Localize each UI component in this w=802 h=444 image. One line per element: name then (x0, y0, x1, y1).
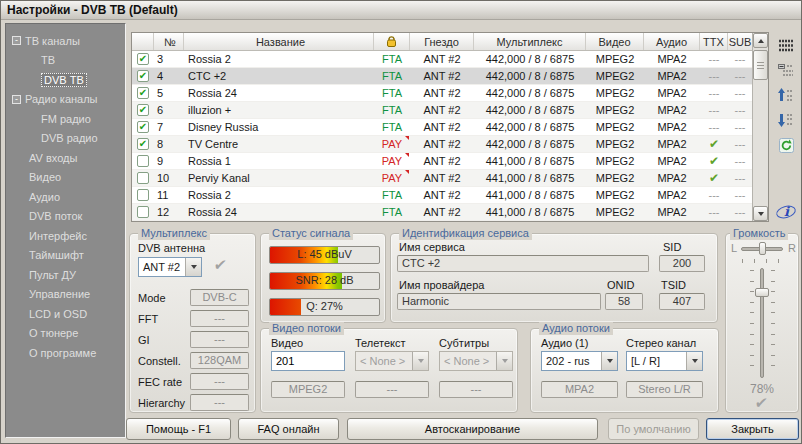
table-row[interactable]: 12Rossia 24FTAANT #2441,000 / 8 / 6875MP… (132, 204, 752, 221)
subtitles-select[interactable]: < None > (439, 351, 513, 371)
audio-codec-value: MPA2 (644, 51, 700, 67)
sidebar-item[interactable]: LCD и OSD (6, 304, 125, 324)
sidebar-item[interactable]: AV входы (6, 148, 125, 168)
table-row[interactable]: ✔8TV CentrePAYANT #2442,000 / 8 / 6875MP… (132, 136, 752, 153)
sidebar-item[interactable]: DVB ТВ (6, 70, 125, 90)
info-icon[interactable]: i (773, 199, 799, 223)
sidebar-item[interactable]: Видео (6, 168, 125, 188)
signal-panel-title: Статус сигнала (269, 227, 353, 240)
faq-button[interactable]: FAQ онлайн (238, 418, 339, 440)
sidebar-item[interactable]: -Радио каналы (6, 90, 125, 110)
row-checkbox[interactable]: ✔ (137, 87, 149, 99)
row-checkbox[interactable]: ✔ (137, 53, 149, 65)
header-multiplex[interactable]: Мультиплекс (474, 33, 586, 50)
defaults-button[interactable]: По умолчанию (608, 418, 699, 440)
channel-number: 10 (154, 170, 184, 186)
sidebar-item[interactable]: ТВ (6, 51, 125, 71)
scrollbar-thumb[interactable] (753, 50, 768, 80)
fec-value: --- (190, 373, 249, 390)
table-row[interactable]: ✔4CTC +2FTAANT #2442,000 / 8 / 6875MPEG2… (132, 68, 752, 85)
table-row[interactable]: ✔3Rossia 2FTAANT #2442,000 / 8 / 6875MPE… (132, 51, 752, 68)
sidebar-item[interactable]: Интерфейс (6, 226, 125, 246)
header-name[interactable]: Название (184, 33, 374, 50)
table-row[interactable]: ✔7Disney RussiaFTAANT #2442,000 / 8 / 68… (132, 119, 752, 136)
row-checkbox[interactable]: ✔ (137, 138, 149, 150)
sidebar-item[interactable]: О тюнере (6, 324, 125, 344)
balance-left-label: L (731, 242, 737, 254)
channel-number: 7 (154, 119, 184, 135)
header-audio[interactable]: Аудио (644, 33, 700, 50)
sidebar-item[interactable]: Управление (6, 285, 125, 305)
video-codec-value: MPEG2 (586, 119, 644, 135)
lock-icon[interactable] (374, 33, 410, 50)
teletext-select[interactable]: < None > (355, 351, 429, 371)
audio-codec-value: MPA2 (644, 136, 700, 152)
row-checkbox[interactable] (137, 206, 149, 218)
sidebar-item-label: Видео (29, 171, 61, 183)
sidebar-item[interactable]: Аудио (6, 187, 125, 207)
volume-slider[interactable] (760, 268, 764, 378)
move-down-icon[interactable] (773, 109, 799, 131)
chevron-down-icon[interactable] (601, 352, 617, 370)
antenna-label: DVB антенна (138, 242, 205, 254)
scroll-down-icon[interactable] (753, 206, 768, 221)
sidebar-item[interactable]: -ТВ каналы (6, 31, 125, 51)
sidebar-item[interactable]: Таймшифт (6, 246, 125, 266)
table-row[interactable]: 11Rossia 2FTAANT #2441,000 / 8 / 6875MPE… (132, 187, 752, 204)
stereo-select[interactable]: [L / R] (626, 351, 703, 371)
mode-label: Mode (138, 292, 166, 304)
video-pid-input[interactable] (271, 351, 345, 371)
row-checkbox[interactable] (137, 189, 149, 201)
sub-mark: --- (735, 87, 746, 99)
row-checkbox[interactable]: ✔ (137, 70, 149, 82)
move-up-icon[interactable] (773, 84, 799, 106)
chevron-down-icon[interactable] (185, 258, 201, 276)
autoscan-button[interactable]: Автосканирование (347, 418, 598, 440)
header-ttx[interactable]: TTX (700, 33, 728, 50)
table-scrollbar[interactable] (752, 33, 768, 221)
volume-check-icon: ✔ (754, 394, 769, 412)
channel-number: 11 (154, 187, 184, 203)
channel-name: Disney Russia (184, 119, 374, 135)
table-row[interactable]: 9Rossia 1PAYANT #2441,000 / 8 / 6875MPEG… (132, 153, 752, 170)
video-codec-value: MPEG2 (586, 102, 644, 118)
volume-thumb[interactable] (755, 288, 769, 297)
socket-value: ANT #2 (410, 68, 474, 84)
table-row[interactable]: 10Perviy KanalPAYANT #2441,000 / 8 / 687… (132, 170, 752, 187)
balance-thumb[interactable] (759, 242, 766, 255)
row-checkbox[interactable] (137, 172, 149, 184)
row-checkbox[interactable]: ✔ (137, 104, 149, 116)
table-row[interactable]: ✔5Rossia 24FTAANT #2442,000 / 8 / 6875MP… (132, 85, 752, 102)
channel-edit-icon[interactable] (773, 59, 799, 81)
header-sub[interactable]: SUB (728, 33, 752, 50)
audio-codec-value: MPA2 (644, 187, 700, 203)
sidebar-item[interactable]: О программе (6, 343, 125, 363)
channel-name: Rossia 2 (184, 187, 374, 203)
sidebar-item[interactable]: DVB поток (6, 207, 125, 227)
antenna-select[interactable]: ANT #2 (138, 257, 202, 277)
sidebar-item[interactable]: DVB радио (6, 129, 125, 149)
channel-name: Rossia 24 (184, 204, 374, 220)
socket-value: ANT #2 (410, 187, 474, 203)
rescan-icon[interactable] (773, 134, 799, 156)
sidebar-item-label: ТВ каналы (25, 35, 80, 47)
row-checkbox[interactable]: ✔ (137, 121, 149, 133)
row-checkbox[interactable] (137, 155, 149, 167)
ttx-mark: ✔ (709, 137, 719, 151)
collapse-icon[interactable]: - (12, 95, 21, 104)
scroll-up-icon[interactable] (753, 33, 768, 48)
settings-window: Настройки - DVB ТВ (Default) -ТВ каналыТ… (0, 0, 802, 444)
chevron-down-icon[interactable] (686, 352, 702, 370)
help-button[interactable]: Помощь - F1 (126, 418, 231, 440)
table-row[interactable]: ✔6illuzion +FTAANT #2442,000 / 8 / 6875M… (132, 102, 752, 119)
header-video[interactable]: Видео (586, 33, 644, 50)
audio-select[interactable]: 202 - rus (541, 351, 618, 371)
sidebar-item[interactable]: FM радио (6, 109, 125, 129)
header-num[interactable]: № (154, 33, 184, 50)
collapse-icon[interactable]: - (12, 36, 21, 45)
header-socket[interactable]: Гнездо (410, 33, 474, 50)
channel-number: 3 (154, 51, 184, 67)
close-button[interactable]: Закрыть (706, 418, 799, 440)
sidebar-item[interactable]: Пульт ДУ (6, 265, 125, 285)
channel-grid-icon[interactable] (773, 34, 799, 56)
